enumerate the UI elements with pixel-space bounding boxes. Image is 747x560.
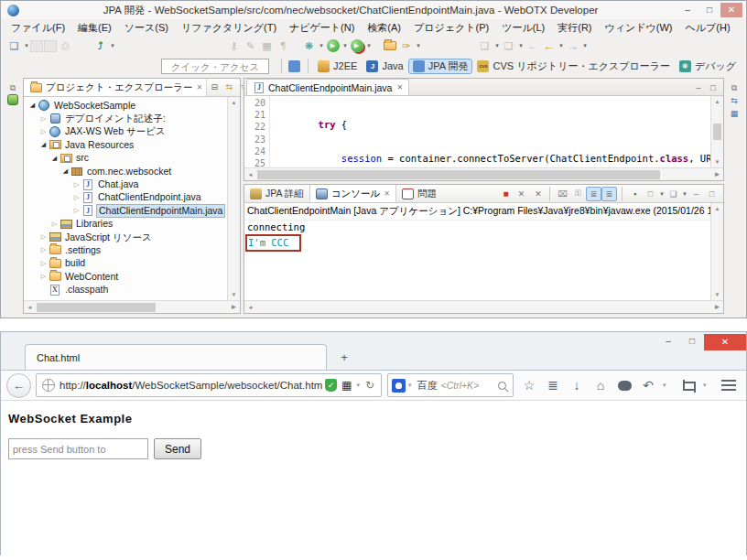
scroll-down-icon[interactable]: ▼ xyxy=(228,289,240,300)
eclipse-minimize-button[interactable]: – xyxy=(677,3,698,17)
tree-item-libraries[interactable]: ▷ Libraries xyxy=(24,218,240,231)
remove-launch-icon[interactable]: ✕ xyxy=(514,187,529,201)
code-editor[interactable]: 20 21 22 23 24 25 26 try { session = con… xyxy=(244,96,723,167)
jpa-details-view-icon[interactable]: ▦ xyxy=(728,107,742,120)
scrollbar-thumb[interactable] xyxy=(37,303,156,312)
menu-run[interactable]: 実行(R) xyxy=(551,19,598,36)
expander-icon[interactable]: ▷ xyxy=(71,181,81,188)
browser-tab-chat-html[interactable]: Chat.html xyxy=(25,344,327,370)
new-wizard-icon[interactable]: ❏ xyxy=(6,38,22,54)
highlighter-caret-icon[interactable]: ▾ xyxy=(415,42,422,49)
qr-code-icon[interactable]: ▦ xyxy=(341,380,352,391)
scrollbar-thumb[interactable] xyxy=(713,124,721,140)
expander-icon[interactable]: ◢ xyxy=(38,141,49,148)
expander-icon[interactable]: ▷ xyxy=(38,273,49,280)
debug-caret-icon[interactable]: ▾ xyxy=(318,42,325,49)
firefox-close-button[interactable]: ✕ xyxy=(704,334,746,350)
last-edit-icon[interactable]: ❏ xyxy=(477,38,493,54)
console-vertical-scrollbar[interactable]: ▲ ▼ xyxy=(710,203,723,300)
explorer-vertical-scrollbar[interactable]: ▲ ▼ xyxy=(227,97,240,300)
search-icon[interactable] xyxy=(498,382,506,390)
servers-view-icon[interactable] xyxy=(6,94,20,107)
save-all-icon[interactable] xyxy=(44,40,57,52)
bookmark-star-icon[interactable]: ☆ xyxy=(517,374,541,396)
tree-item-src[interactable]: ◢ src xyxy=(24,152,240,165)
menu-refactor[interactable]: リファクタリング(T) xyxy=(175,19,283,36)
pencil-icon[interactable]: ✎ xyxy=(243,38,258,54)
show-on-output-icon[interactable]: ≣ xyxy=(601,187,617,201)
table-icon[interactable]: ▦ xyxy=(259,38,275,54)
expander-icon[interactable]: ◢ xyxy=(49,155,60,162)
new-tab-button[interactable]: + xyxy=(332,348,356,368)
tree-item-javascript-resources[interactable]: ▷ JavaScript リソース xyxy=(24,231,240,243)
tab-jpa-details[interactable]: JPA 詳細 xyxy=(244,185,309,202)
menu-search[interactable]: 検索(A) xyxy=(361,19,407,36)
back-button[interactable]: ← xyxy=(6,373,31,398)
expander-icon[interactable]: ▷ xyxy=(71,194,81,201)
console-horizontal-scrollbar[interactable]: ◄ ► xyxy=(244,300,723,313)
tree-item-build[interactable]: ▷ build xyxy=(24,257,240,270)
expander-icon[interactable]: ▷ xyxy=(38,260,49,267)
run-caret-icon[interactable]: ▾ xyxy=(341,42,349,49)
restore-views-icon[interactable]: ⧉ xyxy=(6,81,20,94)
last-edit-caret-icon[interactable]: ▾ xyxy=(493,42,501,49)
tree-item-classpath[interactable]: X .classpath xyxy=(24,283,240,296)
expander-icon[interactable]: ◢ xyxy=(60,167,70,175)
restore-views-icon[interactable]: ⧉ xyxy=(728,81,742,94)
url-bar[interactable]: http://localhost/WebSocketSample/websock… xyxy=(36,373,382,397)
editor-minimize-icon[interactable]: – xyxy=(691,81,706,95)
forward-caret-icon[interactable]: ▾ xyxy=(581,42,589,49)
expander-icon[interactable]: ▷ xyxy=(71,207,81,214)
send-button[interactable]: Send xyxy=(154,438,201,459)
tree-item-chatclientendpoint-java[interactable]: ▷ J ChatClientEndpoint.java xyxy=(24,191,240,204)
expander-icon[interactable]: ▷ xyxy=(38,128,49,135)
debug-icon[interactable]: ❋ xyxy=(301,38,317,54)
url-text[interactable]: http://localhost/WebSocketSample/websock… xyxy=(60,380,322,391)
word-wrap-icon[interactable]: ≣ xyxy=(586,187,601,201)
scroll-down-icon[interactable]: ▼ xyxy=(711,156,723,167)
open-folder-icon[interactable] xyxy=(382,38,397,54)
expander-icon[interactable]: ▷ xyxy=(49,221,60,228)
firefox-minimize-button[interactable]: – xyxy=(656,334,680,349)
scrollbar-thumb[interactable] xyxy=(257,170,660,179)
crop-caret-icon[interactable]: ▾ xyxy=(703,382,714,389)
screenshot-crop-icon[interactable] xyxy=(677,374,700,396)
console-minimize-icon[interactable]: – xyxy=(688,187,704,201)
eclipse-maximize-button[interactable]: □ xyxy=(698,3,720,17)
open-perspective-icon[interactable] xyxy=(287,59,302,74)
menu-file[interactable]: ファイル(F) xyxy=(5,19,71,36)
firefox-maximize-button[interactable]: □ xyxy=(680,334,704,349)
url-dropdown-icon[interactable]: ▾ xyxy=(356,382,360,389)
goto-edit-caret-icon[interactable]: ▾ xyxy=(517,42,525,49)
quick-access-input[interactable]: クイック・アクセス xyxy=(161,59,269,74)
menu-navigate[interactable]: ナビゲート(N) xyxy=(283,19,361,36)
editor-horizontal-scrollbar[interactable]: ◄ ► xyxy=(244,167,723,180)
tree-item-chat-java[interactable]: ▷ J Chat.java xyxy=(24,178,240,190)
highlighter-icon[interactable]: ✑ xyxy=(398,38,414,54)
profile-caret-icon[interactable]: ▾ xyxy=(365,42,373,49)
editor-tab-chatclientendpointmain[interactable]: J ChatClientEndpointMain.java ✕ xyxy=(246,79,409,95)
reload-icon[interactable]: ↻ xyxy=(365,379,374,392)
security-shield-icon[interactable]: ✓ xyxy=(325,379,337,392)
scroll-right-icon[interactable]: ► xyxy=(711,303,723,311)
editor-tab-close-icon[interactable]: ✕ xyxy=(396,83,403,92)
tab-problems[interactable]: 問題 xyxy=(396,185,442,202)
key-icon[interactable]: ⚷ xyxy=(226,38,242,54)
export-run-icon[interactable]: ⤴ xyxy=(92,38,108,54)
expander-icon[interactable]: ▷ xyxy=(38,115,49,123)
tree-item-jaxws[interactable]: ▷ JAX-WS Web サービス xyxy=(24,125,240,138)
expander-icon[interactable]: ◢ xyxy=(27,102,38,109)
console-tab-close-icon[interactable]: ✕ xyxy=(384,189,390,198)
scroll-down-icon[interactable]: ▼ xyxy=(711,289,723,300)
eclipse-close-button[interactable]: ✕ xyxy=(720,3,742,17)
display-console-icon[interactable]: □ xyxy=(643,187,658,201)
remove-all-launches-icon[interactable]: ✕ xyxy=(529,187,545,201)
scroll-left-icon[interactable]: ◄ xyxy=(24,305,36,310)
back-icon[interactable]: ← xyxy=(541,38,557,54)
editor-maximize-icon[interactable]: □ xyxy=(706,81,720,95)
tree-item-java-resources[interactable]: ◢ Java Resources xyxy=(24,138,240,151)
open-console-icon[interactable]: ❏ xyxy=(666,187,681,201)
menu-tools[interactable]: ツール(L) xyxy=(495,19,551,36)
search-bar[interactable]: ▾ 百度 <Ctrl+K> xyxy=(387,373,514,397)
perspective-cvs[interactable]: cvs CVS リポジトリー・エクスプローラー xyxy=(472,59,675,74)
